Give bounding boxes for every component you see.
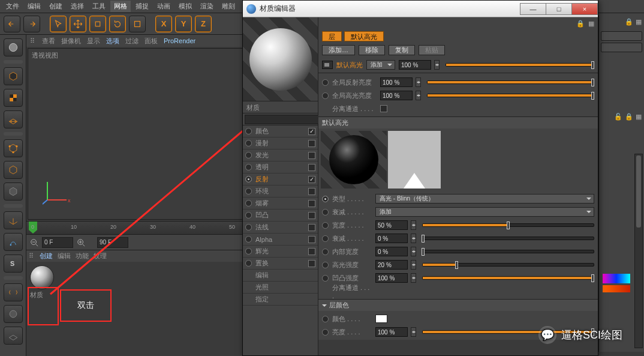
- viewport-solo-icon[interactable]: [4, 305, 23, 323]
- param-radio[interactable]: [322, 275, 329, 282]
- stepper[interactable]: [434, 60, 440, 70]
- vp-menu-camera[interactable]: 摄像机: [61, 37, 81, 46]
- blend-mode-dropdown[interactable]: 添加: [366, 60, 395, 70]
- stepper[interactable]: [411, 327, 416, 337]
- panel-grip-icon[interactable]: ⠿: [29, 252, 35, 260]
- paste-layer-button[interactable]: 粘贴: [419, 45, 445, 55]
- global-spec-field[interactable]: 100 %: [380, 91, 413, 100]
- param-radio[interactable]: [322, 79, 329, 86]
- collapse-icon[interactable]: [322, 304, 327, 309]
- channel-radio[interactable]: [245, 164, 252, 170]
- stepper[interactable]: [411, 260, 416, 270]
- param-radio[interactable]: [322, 316, 329, 322]
- frame-end-field[interactable]: [97, 237, 128, 248]
- channel-lumin[interactable]: 发光: [255, 151, 305, 160]
- menu-edit[interactable]: 编辑: [24, 1, 44, 12]
- width-slider[interactable]: [422, 223, 594, 227]
- channel-checkbox[interactable]: ✓: [308, 128, 315, 135]
- channel-checkbox[interactable]: [308, 188, 315, 195]
- falloff-slider[interactable]: [422, 237, 594, 240]
- width-field[interactable]: 50 %: [375, 220, 408, 230]
- axis-x-toggle[interactable]: X: [155, 16, 172, 32]
- menu-tools[interactable]: 工具: [89, 1, 109, 12]
- channel-env[interactable]: 环境: [255, 187, 305, 196]
- channel-illum[interactable]: 光照: [255, 283, 315, 292]
- blend-amount-slider[interactable]: [446, 63, 594, 67]
- param-radio[interactable]: [322, 222, 329, 229]
- channel-normal[interactable]: 法线: [255, 223, 305, 232]
- panel-menu-icon[interactable]: ▦: [588, 20, 594, 28]
- separate-channel-checkbox[interactable]: [380, 105, 387, 112]
- copy-layer-button[interactable]: 复制: [389, 45, 415, 55]
- vp-menu-filter[interactable]: 过滤: [125, 37, 139, 46]
- channel-glow[interactable]: 辉光: [255, 247, 305, 256]
- axis-z-toggle[interactable]: Z: [195, 16, 212, 32]
- param-radio[interactable]: [322, 92, 329, 99]
- channel-diffuse[interactable]: 漫射: [255, 139, 305, 148]
- menu-icon[interactable]: ▦: [636, 113, 642, 121]
- channel-checkbox[interactable]: [308, 260, 315, 267]
- make-editable-icon[interactable]: [4, 38, 23, 56]
- lock-icon[interactable]: 🔓: [614, 113, 622, 121]
- channel-fog[interactable]: 烟雾: [255, 199, 305, 208]
- channel-radio[interactable]: [245, 200, 252, 207]
- type-dropdown[interactable]: 高光 - Blinn（传统）: [375, 194, 594, 204]
- zoom-in-icon[interactable]: [76, 237, 86, 248]
- specstr-field[interactable]: 20 %: [375, 260, 408, 270]
- color-gradient[interactable]: [603, 274, 630, 283]
- workplane-mode-icon[interactable]: [4, 110, 23, 128]
- vp-menu-options[interactable]: 选项: [106, 37, 119, 46]
- falloff-field[interactable]: 0 %: [375, 234, 408, 243]
- material-name-field[interactable]: [245, 115, 324, 124]
- texture-mode-icon[interactable]: [4, 89, 23, 107]
- vp-menu-prorender[interactable]: ProRender: [164, 37, 195, 44]
- param-radio[interactable]: [322, 196, 329, 202]
- rotate-tool[interactable]: [109, 16, 126, 32]
- specstr-slider[interactable]: [422, 263, 594, 267]
- specular-header[interactable]: 默认高光: [318, 116, 598, 128]
- undo-button[interactable]: [4, 16, 20, 32]
- channel-bump[interactable]: 凹凸: [255, 211, 305, 220]
- channel-radio[interactable]: [245, 176, 252, 183]
- menu-sculpt[interactable]: 雕刻: [218, 1, 239, 12]
- layer-thumb-icon[interactable]: [322, 61, 333, 69]
- stepper[interactable]: [411, 273, 416, 283]
- menu-create[interactable]: 创建: [46, 1, 66, 12]
- param-radio[interactable]: [322, 209, 329, 216]
- channel-radio[interactable]: [245, 140, 252, 146]
- lock-icon[interactable]: 🔒: [625, 113, 633, 121]
- redo-button[interactable]: [23, 16, 40, 32]
- scrollbar[interactable]: [634, 154, 643, 348]
- add-layer-button[interactable]: 添加…: [322, 45, 355, 55]
- recent-tool[interactable]: [129, 16, 146, 32]
- matmenu-edit[interactable]: 编辑: [58, 252, 71, 261]
- channel-checkbox[interactable]: [308, 248, 315, 255]
- soft-select-icon[interactable]: [4, 283, 23, 301]
- close-button[interactable]: ×: [571, 3, 598, 15]
- param-radio[interactable]: [322, 262, 329, 268]
- minimize-button[interactable]: —: [520, 3, 546, 15]
- menu-snap[interactable]: 捕捉: [132, 1, 152, 12]
- channel-checkbox[interactable]: [308, 140, 315, 147]
- maximize-button[interactable]: □: [546, 3, 572, 15]
- model-mode-icon[interactable]: [4, 67, 23, 85]
- channel-assign[interactable]: 指定: [255, 295, 315, 304]
- bumpstr-field[interactable]: 100 %: [375, 273, 408, 283]
- color-swatch[interactable]: [375, 315, 387, 323]
- param-radio[interactable]: [322, 235, 329, 242]
- material-thumbnail[interactable]: [30, 265, 54, 289]
- param-radio[interactable]: [322, 329, 329, 336]
- stepper[interactable]: [411, 220, 416, 230]
- frame-start-field[interactable]: [42, 237, 73, 248]
- channel-transp[interactable]: 透明: [255, 163, 305, 172]
- channel-radio[interactable]: [245, 260, 252, 267]
- snap-toggle-icon[interactable]: S: [4, 255, 23, 273]
- menu-file[interactable]: 文件: [2, 1, 23, 12]
- innerwidth-slider[interactable]: [422, 250, 594, 253]
- menu-anim[interactable]: 动画: [154, 1, 174, 12]
- channel-radio[interactable]: [245, 152, 252, 158]
- window-titlebar[interactable]: 材质编辑器 — □ ×: [243, 1, 598, 17]
- channel-checkbox[interactable]: [308, 236, 315, 243]
- channel-checkbox[interactable]: ✓: [308, 176, 315, 183]
- locked-workplane-icon[interactable]: [4, 327, 23, 345]
